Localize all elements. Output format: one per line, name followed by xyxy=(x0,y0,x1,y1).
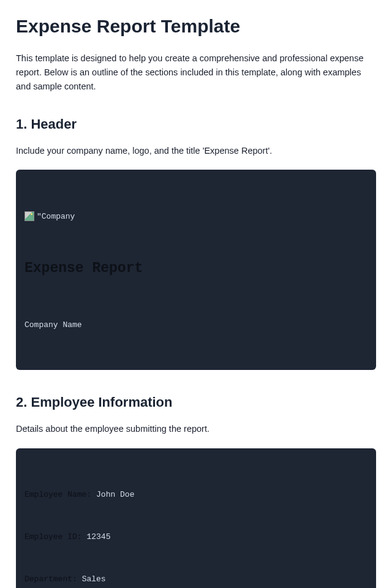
code-report-title: Expense Report xyxy=(24,260,368,276)
section-1-desc: Include your company name, logo, and the… xyxy=(16,145,376,158)
employee-dept-row: Department: Sales xyxy=(24,575,368,584)
employee-id-row: Employee ID: 12345 xyxy=(24,532,368,541)
employee-name-row: Employee Name: John Doe xyxy=(24,490,368,499)
company-logo-broken-image: "Company xyxy=(24,211,75,221)
section-1-heading: 1. Header xyxy=(16,116,376,132)
employee-info-code-block: Employee Name: John Doe Employee ID: 123… xyxy=(16,448,376,588)
employee-id-value: 12345 xyxy=(86,532,110,541)
employee-dept-label: Department: xyxy=(24,575,77,584)
code-company-name: Company Name xyxy=(24,320,368,330)
section-2-desc: Details about the employee submitting th… xyxy=(16,423,376,436)
section-2-heading: 2. Employee Information xyxy=(16,394,376,410)
employee-name-value: John Doe xyxy=(96,490,134,499)
intro-paragraph: This template is designed to help you cr… xyxy=(16,51,376,94)
employee-id-label: Employee ID: xyxy=(24,532,82,541)
image-alt-text: "Company xyxy=(37,212,75,221)
header-code-block: "Company Expense Report Company Name xyxy=(16,170,376,370)
broken-image-icon xyxy=(24,211,34,221)
employee-dept-value: Sales xyxy=(82,575,106,584)
page-title: Expense Report Template xyxy=(16,16,376,37)
employee-name-label: Employee Name: xyxy=(24,490,91,499)
